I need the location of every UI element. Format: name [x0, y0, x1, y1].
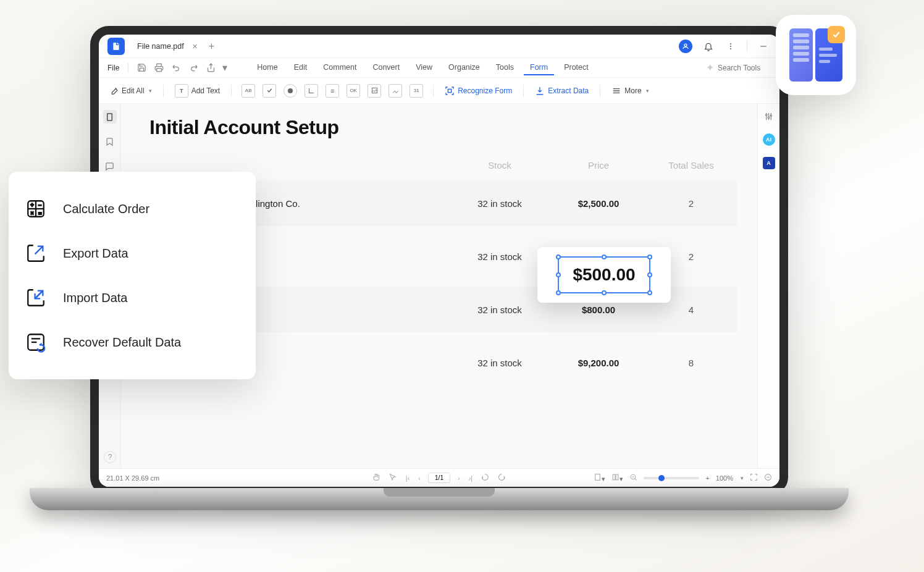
view-mode-icon[interactable]: ▾	[611, 473, 623, 483]
zoom-out-icon[interactable]	[629, 473, 637, 482]
undo-icon[interactable]	[169, 61, 183, 75]
resize-handle[interactable]	[647, 254, 652, 259]
user-avatar[interactable]	[679, 40, 692, 53]
svg-rect-5	[157, 69, 162, 72]
row-price: $9,200.00	[546, 358, 651, 368]
resize-handle[interactable]	[602, 254, 607, 259]
last-page-icon[interactable]: ›|	[468, 474, 474, 482]
thumbnails-icon[interactable]	[103, 110, 117, 124]
read-mode-icon[interactable]	[764, 473, 772, 482]
bell-icon[interactable]	[702, 40, 715, 53]
more-icon[interactable]	[724, 40, 737, 53]
svg-text:+: +	[31, 202, 34, 208]
resize-handle[interactable]	[602, 290, 607, 295]
svg-text:−: −	[38, 202, 41, 208]
ctx-label: Calculate Order	[63, 202, 149, 216]
svg-rect-20	[616, 474, 618, 480]
image-field-icon[interactable]	[368, 84, 381, 98]
menu-view[interactable]: View	[410, 61, 439, 75]
redo-icon[interactable]	[187, 61, 200, 75]
radio-icon[interactable]	[284, 84, 297, 98]
minimize-icon[interactable]	[757, 40, 770, 53]
add-text-button[interactable]: T Add Text	[174, 82, 221, 99]
export-data-item[interactable]: Export Data	[14, 231, 251, 275]
recover-default-item[interactable]: Recover Default Data	[14, 320, 251, 364]
menu-tools[interactable]: Tools	[490, 61, 520, 75]
page-nav: |‹ ‹ › ›|	[371, 473, 507, 483]
more-button[interactable]: More▾	[610, 84, 650, 98]
zoom-dropdown-icon[interactable]: ▾	[741, 475, 744, 481]
text-icon: T	[175, 84, 188, 98]
selected-field-inner: $500.00	[558, 256, 650, 293]
svg-point-1	[730, 43, 731, 44]
rotate-left-icon[interactable]	[480, 473, 490, 482]
svg-point-3	[730, 48, 731, 49]
prev-page-icon[interactable]: ‹	[417, 474, 422, 482]
page-input[interactable]	[428, 473, 450, 483]
search-input[interactable]	[718, 64, 773, 72]
bookmarks-icon[interactable]	[103, 135, 117, 148]
recognize-form-button[interactable]: Recognize Form	[443, 84, 513, 98]
menu-edit[interactable]: Edit	[288, 61, 314, 75]
svg-text:=: =	[38, 210, 41, 216]
svg-point-2	[730, 46, 731, 47]
row-sales: 8	[651, 358, 731, 368]
new-tab-button[interactable]: +	[203, 41, 220, 52]
menu-protect[interactable]: Protect	[558, 61, 595, 75]
dropdown-field-icon[interactable]	[304, 84, 318, 98]
feature-icon	[776, 15, 856, 95]
listbox-icon[interactable]: ≡	[326, 84, 339, 98]
menu-comment[interactable]: Comment	[317, 61, 363, 75]
resize-handle[interactable]	[647, 290, 652, 295]
zoom-slider[interactable]	[644, 477, 699, 479]
svg-rect-18	[595, 474, 600, 480]
save-icon[interactable]	[135, 61, 148, 75]
menu-organize[interactable]: Organize	[442, 61, 486, 75]
menu-home[interactable]: Home	[251, 61, 284, 75]
import-data-item[interactable]: Import Data	[14, 275, 251, 320]
button-field-icon[interactable]: OK	[346, 84, 360, 98]
menubar: File ▾ Home Edit Comment Convert View Or…	[99, 58, 779, 78]
textfield-icon[interactable]: AB	[242, 84, 255, 98]
file-menu[interactable]: File	[105, 64, 122, 72]
selected-form-field[interactable]: $500.00	[537, 247, 671, 303]
sparkle-icon: ✦	[706, 62, 714, 74]
fit-page-icon[interactable]: ▾	[594, 473, 605, 483]
checkbox-icon[interactable]	[262, 84, 276, 98]
recover-icon	[25, 331, 47, 353]
date-field-icon[interactable]: 31	[410, 84, 423, 98]
first-page-icon[interactable]: |‹	[405, 474, 411, 482]
zoom-in-icon[interactable]: +	[705, 474, 709, 482]
hand-tool-icon[interactable]	[371, 473, 382, 482]
fullscreen-icon[interactable]	[750, 473, 758, 482]
edit-all-button[interactable]: Edit All▾	[107, 84, 153, 98]
main-menu: Home Edit Comment Convert View Organize …	[251, 61, 594, 75]
share-icon[interactable]	[204, 61, 217, 75]
svg-rect-7	[448, 89, 452, 92]
extract-data-button[interactable]: Extract Data	[534, 84, 590, 98]
translate-icon[interactable]: A	[763, 157, 775, 169]
dropdown-icon[interactable]: ▾	[221, 61, 229, 75]
resize-handle[interactable]	[556, 272, 561, 277]
document-tab[interactable]: File name.pdf ×	[130, 37, 203, 56]
laptop-base	[30, 488, 849, 510]
help-icon[interactable]: ?	[104, 451, 116, 463]
signature-field-icon[interactable]	[388, 84, 402, 98]
ai-icon[interactable]: AI	[763, 133, 775, 146]
row-price: $2,500.00	[546, 198, 651, 209]
select-tool-icon[interactable]	[388, 473, 398, 482]
resize-handle[interactable]	[556, 290, 561, 295]
settings-icon[interactable]	[763, 110, 775, 122]
resize-handle[interactable]	[647, 272, 652, 277]
next-page-icon[interactable]: ›	[456, 474, 461, 482]
row-price: $800.00	[546, 305, 651, 315]
resize-handle[interactable]	[556, 254, 561, 259]
print-icon[interactable]	[152, 61, 166, 75]
selected-value: $500.00	[573, 265, 635, 284]
rotate-right-icon[interactable]	[497, 473, 507, 482]
menu-convert[interactable]: Convert	[366, 61, 406, 75]
menu-form[interactable]: Form	[524, 61, 554, 75]
close-tab-icon[interactable]: ×	[193, 41, 198, 51]
comments-icon[interactable]	[103, 159, 117, 173]
calculate-order-item[interactable]: +−×= Calculate Order	[14, 187, 251, 231]
